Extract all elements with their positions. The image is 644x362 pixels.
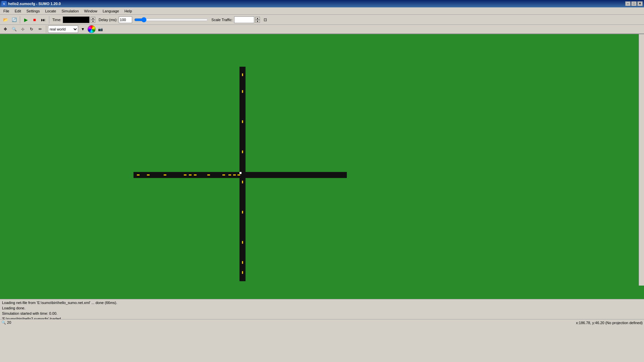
lane-mark-v-5	[242, 181, 243, 183]
zoom-in-tool[interactable]: 🔍	[10, 25, 18, 33]
menu-window[interactable]: Window	[82, 8, 100, 14]
log-line-1: Loading net-file from 'E:\sumo\bin\hello…	[2, 300, 642, 305]
main-canvas[interactable]: 0 10m Loading net-file from 'E:\sumo\bin…	[0, 34, 644, 326]
app-icon: S	[1, 1, 7, 6]
menu-language[interactable]: Language	[100, 8, 122, 14]
sep3	[46, 25, 46, 33]
delay-slider[interactable]	[134, 16, 208, 23]
lane-mark-h-8	[222, 175, 225, 176]
scale-extra-button[interactable]: ⊡	[261, 16, 269, 24]
lane-mark-v-7	[242, 241, 243, 244]
time-spin[interactable]: ▲ ▼	[91, 17, 95, 23]
play-button[interactable]: ▶	[22, 16, 30, 24]
main-toolbar: 📂 🔄 ▶ ■ ⏭ Time: ▲ ▼ Delay (ms): Scale Tr…	[0, 15, 644, 25]
log-line-2: Loading done.	[2, 305, 642, 311]
menu-simulation[interactable]: Simulation	[59, 8, 81, 14]
menu-bar: File Edit Settings Locate Simulation Win…	[0, 7, 644, 15]
scrollbar-right[interactable]	[639, 34, 644, 286]
sep2	[49, 16, 49, 23]
title-bar-left: S hello2.sumocfg - SUMO 1.20.0	[1, 1, 61, 6]
time-up[interactable]: ▲	[91, 17, 95, 20]
time-down[interactable]: ▼	[91, 20, 95, 23]
crosshair	[239, 172, 241, 174]
scale-label: Scale Traffic:	[211, 18, 232, 22]
lane-mark-v-6	[242, 211, 243, 214]
lane-mark-h-7	[207, 175, 210, 176]
lane-mark-v-9	[242, 271, 243, 274]
delay-label: Delay (ms):	[99, 18, 117, 22]
menu-edit[interactable]: Edit	[12, 8, 24, 14]
step-button[interactable]: ⏭	[39, 16, 47, 24]
lane-mark-h-4	[184, 175, 186, 176]
pan-tool[interactable]: ✥	[1, 25, 9, 33]
title-bar-buttons[interactable]: – □ ✕	[625, 1, 643, 6]
lane-mark-v-4	[242, 150, 243, 153]
close-button[interactable]: ✕	[637, 1, 643, 6]
lane-mark-h-2	[147, 175, 150, 176]
screenshot-button[interactable]: 📷	[96, 25, 104, 33]
connect-tool[interactable]: ↻	[28, 25, 36, 33]
lane-mark-h-6	[194, 175, 197, 176]
select-tool[interactable]: ⊹	[19, 25, 27, 33]
lane-mark-h-10	[233, 175, 236, 176]
menu-help[interactable]: Help	[122, 8, 135, 14]
sep1	[20, 16, 20, 23]
title-text: hello2.sumocfg - SUMO 1.20.0	[8, 2, 61, 6]
log-area: Loading net-file from 'E:\sumo\bin\hello…	[0, 299, 644, 319]
lane-mark-v-3	[242, 120, 243, 123]
scale-up[interactable]: ▲	[255, 17, 260, 20]
color-picker-button[interactable]	[88, 25, 96, 33]
lane-mark-h-9	[228, 175, 231, 176]
minimize-button[interactable]: –	[625, 1, 631, 6]
scale-down[interactable]: ▼	[255, 20, 260, 23]
time-label: Time:	[52, 18, 61, 22]
status-bar: 🔍 20 x:186.78, y:46.20 (No projection de…	[0, 319, 644, 326]
menu-locate[interactable]: Locate	[42, 8, 59, 14]
coord-display: x:186.78, y:46.20 (No projection defined…	[576, 321, 643, 325]
view-toolbar: ✥ 🔍 ⊹ ↻ ✏ real world standard rail simpl…	[0, 25, 644, 34]
menu-settings[interactable]: Settings	[24, 8, 43, 14]
stop-button[interactable]: ■	[31, 16, 39, 24]
scale-input[interactable]	[234, 16, 254, 23]
delay-input[interactable]	[119, 16, 132, 23]
menu-file[interactable]: File	[1, 8, 12, 14]
edit-tool[interactable]: ✏	[36, 25, 44, 33]
reload-button[interactable]: 🔄	[10, 16, 18, 24]
lane-mark-h-11	[237, 175, 240, 176]
maximize-button[interactable]: □	[631, 1, 637, 6]
lane-mark-h-5	[189, 175, 192, 176]
time-display	[63, 16, 90, 23]
lane-mark-h-1	[137, 175, 140, 176]
lane-mark-v-1	[242, 73, 243, 76]
lane-mark-v-2	[242, 90, 243, 93]
title-bar: S hello2.sumocfg - SUMO 1.20.0 – □ ✕	[0, 0, 644, 7]
scale-spin[interactable]: ▲ ▼	[255, 17, 260, 23]
view-scheme-select[interactable]: real world standard rail simple	[48, 25, 78, 33]
zoom-display: 🔍 20	[1, 320, 11, 325]
lane-mark-v-8	[242, 261, 243, 264]
scheme-dropdown-button[interactable]: ▼	[79, 25, 87, 33]
lane-mark-h-3	[164, 175, 166, 176]
log-line-3: Simulation started with time: 0.00.	[2, 311, 642, 316]
open-button[interactable]: 📂	[1, 16, 9, 24]
